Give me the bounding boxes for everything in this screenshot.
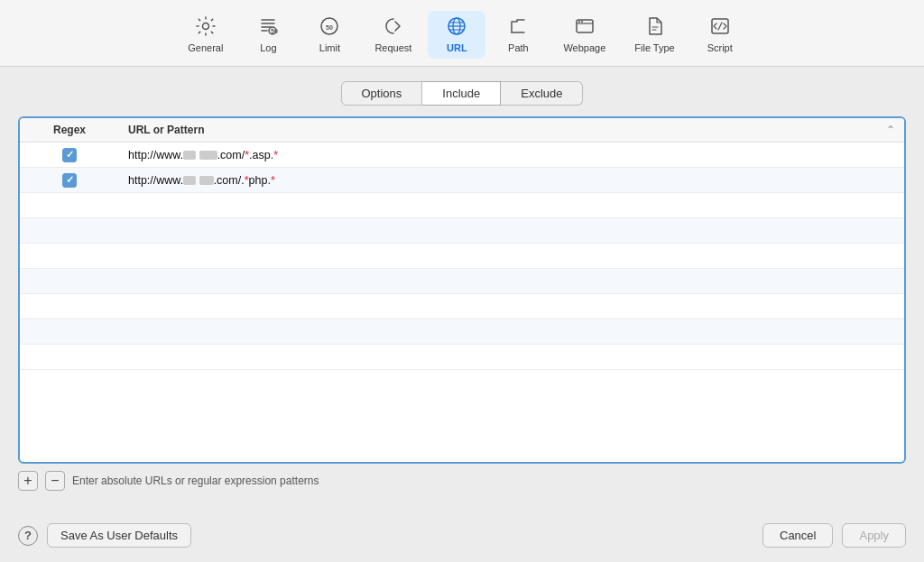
apply-button[interactable]: Apply — [842, 523, 906, 548]
regex-cell — [20, 278, 119, 285]
toolbar-item-script-label: Script — [707, 42, 733, 53]
table-row: http://www.xx xx.com/.*php.* — [20, 168, 904, 193]
toolbar-item-filetype-label: File Type — [634, 42, 674, 53]
toolbar-item-general-label: General — [188, 42, 223, 53]
main-content: Options Include Exclude Regex URL or Pat… — [0, 67, 924, 512]
table-row — [20, 345, 904, 370]
url-cell-empty — [119, 328, 904, 336]
blur-part2: xx — [199, 151, 217, 160]
column-header-url: URL or Pattern — [119, 124, 877, 136]
table-row — [20, 319, 904, 345]
table-body: http://www.xx xx.com/*.asp.* http://www.… — [20, 143, 904, 462]
hint-text: Enter absolute URLs or regular expressio… — [72, 474, 319, 487]
url-cell-empty — [119, 278, 904, 285]
save-defaults-button[interactable]: Save As User Defaults — [47, 523, 191, 548]
url-cell-row1[interactable]: http://www.xx xx.com/*.asp.* — [119, 145, 904, 165]
regex-cell — [20, 144, 119, 166]
svg-point-8 — [578, 21, 580, 23]
blur-part4: xx — [199, 176, 214, 185]
url-text-row1: http://www.xx xx.com/*.asp.* — [128, 149, 278, 161]
toolbar-item-url-label: URL — [447, 42, 467, 53]
tab-exclude[interactable]: Exclude — [501, 81, 583, 106]
svg-text:50: 50 — [326, 24, 333, 31]
toolbar-item-limit-label: Limit — [319, 42, 340, 53]
regex-cell — [20, 227, 119, 235]
checkbox-row2[interactable] — [62, 173, 77, 188]
regex-cell — [20, 303, 119, 310]
path-icon — [508, 16, 528, 39]
svg-point-9 — [581, 21, 583, 23]
regex-cell — [20, 253, 119, 260]
blur-part: xx — [183, 151, 196, 160]
tab-include[interactable]: Include — [422, 81, 501, 106]
column-header-regex: Regex — [20, 124, 119, 136]
regex-cell — [20, 328, 119, 336]
toolbar-item-script[interactable]: Script — [691, 11, 749, 59]
bottom-controls: + − Enter absolute URLs or regular expre… — [18, 464, 906, 498]
blur-part3: xx — [183, 176, 196, 185]
filetype-icon — [645, 16, 665, 39]
url-cell-empty — [119, 354, 904, 361]
url-cell-empty — [119, 303, 904, 310]
help-button[interactable]: ? — [18, 526, 38, 546]
toolbar-item-filetype[interactable]: File Type — [622, 11, 687, 59]
remove-button[interactable]: − — [45, 471, 65, 491]
svg-text:50: 50 — [271, 28, 278, 34]
webpage-icon — [575, 16, 595, 39]
url-red-part3: * — [245, 174, 249, 187]
toolbar-item-request[interactable]: Request — [362, 11, 424, 59]
url-text-row2: http://www.xx xx.com/.*php.* — [128, 174, 275, 187]
tab-options[interactable]: Options — [341, 81, 423, 106]
log-icon: 50 — [258, 16, 278, 39]
svg-point-0 — [202, 23, 208, 30]
toolbar-item-limit[interactable]: 50 Limit — [300, 11, 358, 59]
sort-icon[interactable]: ⌃ — [877, 124, 904, 136]
toolbar-item-path-label: Path — [508, 42, 529, 53]
table-row — [20, 269, 904, 294]
toolbar-item-webpage[interactable]: Webpage — [550, 11, 618, 59]
add-button[interactable]: + — [18, 471, 38, 491]
toolbar-item-general[interactable]: General — [175, 11, 236, 59]
toolbar-item-path[interactable]: Path — [489, 11, 547, 59]
url-red-part2: * — [273, 149, 278, 161]
footer-left: ? Save As User Defaults — [18, 523, 191, 548]
script-icon — [710, 16, 730, 39]
url-red-part4: * — [271, 174, 275, 187]
table-row: http://www.xx xx.com/*.asp.* — [20, 143, 904, 168]
gear-icon — [196, 16, 216, 39]
toolbar-item-log[interactable]: 50 Log — [239, 11, 297, 59]
table-row — [20, 294, 904, 319]
footer-right: Cancel Apply — [762, 523, 906, 548]
url-cell-empty — [119, 202, 904, 209]
checkbox-row1[interactable] — [62, 148, 77, 162]
toolbar: General 50 Log 50 Limit R — [0, 0, 924, 67]
cancel-button[interactable]: Cancel — [762, 523, 833, 548]
regex-cell — [20, 354, 119, 361]
url-icon — [447, 16, 467, 39]
limit-icon: 50 — [319, 16, 339, 39]
url-table: Regex URL or Pattern ⌃ http://www.xx xx.… — [18, 116, 906, 464]
url-red-part: * — [245, 149, 249, 161]
table-row — [20, 193, 904, 218]
url-cell-empty — [119, 227, 904, 235]
regex-cell — [20, 202, 119, 209]
toolbar-item-log-label: Log — [260, 42, 276, 53]
table-row — [20, 218, 904, 244]
url-cell-row2[interactable]: http://www.xx xx.com/.*php.* — [119, 170, 904, 190]
table-header: Regex URL or Pattern ⌃ — [20, 118, 904, 143]
footer: ? Save As User Defaults Cancel Apply — [0, 512, 924, 562]
request-icon — [383, 16, 403, 39]
toolbar-item-url[interactable]: URL — [428, 11, 485, 59]
toolbar-item-request-label: Request — [374, 42, 411, 53]
url-cell-empty — [119, 253, 904, 260]
toolbar-item-webpage-label: Webpage — [563, 42, 605, 53]
tab-bar: Options Include Exclude — [18, 81, 906, 106]
table-row — [20, 244, 904, 269]
regex-cell — [20, 170, 119, 191]
